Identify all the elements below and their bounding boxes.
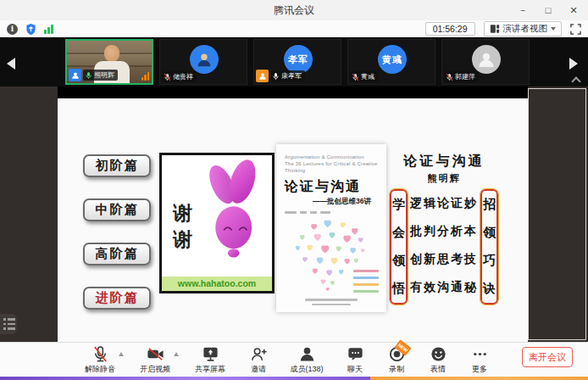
meeting-toolbar: 解除静音 开启视频 共享屏幕	[0, 342, 588, 377]
participant-thumbnail[interactable]: 郭建萍	[441, 39, 530, 85]
slide-button-advanced: 高阶篇	[83, 243, 151, 265]
mic-muted-icon	[352, 73, 359, 81]
emoji-button[interactable]: 表情	[423, 345, 453, 375]
security-shield-icon[interactable]	[25, 23, 36, 36]
avatar	[472, 45, 501, 74]
mic-on-icon	[272, 72, 280, 81]
mic-slash-icon	[92, 345, 109, 363]
slide-button-progression: 进阶篇	[83, 287, 151, 310]
person-icon	[298, 345, 316, 363]
screen-share-icon	[202, 345, 219, 363]
book-feature-list	[353, 270, 379, 293]
chat-button[interactable]: 聊天	[340, 345, 370, 375]
smiley-icon	[430, 345, 447, 363]
book-cover-image: Argumentation & Communication The 36 Lec…	[276, 144, 386, 312]
host-badge-icon	[69, 69, 81, 81]
mic-on-icon	[85, 71, 92, 80]
book-english-subtitle: The 36 Lectures for Critical & Creative …	[285, 160, 380, 174]
mic-options-caret[interactable]	[119, 352, 124, 356]
thank-you-image: 谢 谢 www.hahatoo.com	[159, 153, 275, 293]
mic-muted-icon	[164, 73, 171, 81]
fullscreen-icon[interactable]	[570, 24, 581, 35]
presentation-slide: 初阶篇 中阶篇 高阶篇 进阶篇 谢 谢	[58, 98, 528, 342]
book-author-line	[285, 211, 380, 214]
participant-thumbnail[interactable]: 熊明辉	[65, 39, 153, 85]
participant-thumbnail[interactable]: 孝军 康孝军	[253, 39, 341, 85]
scroll-right-button[interactable]	[569, 58, 578, 70]
avatar	[190, 45, 219, 74]
camera-slash-icon	[147, 345, 164, 363]
layout-icon	[490, 24, 500, 34]
window-title: 腾讯会议	[0, 0, 588, 20]
more-button[interactable]: 更多	[464, 345, 495, 375]
collapse-strip-chevron-icon[interactable]	[572, 76, 580, 84]
maximize-button[interactable]: □	[535, 0, 561, 20]
chat-bubble-icon	[347, 345, 364, 363]
slideshow-letterbox	[58, 87, 528, 98]
book-title: 论证与沟通	[285, 178, 380, 196]
speaking-signal-icon	[141, 72, 150, 81]
participant-name: 郭建萍	[455, 72, 475, 81]
cohost-badge-icon	[256, 70, 269, 82]
right-side-panel	[528, 88, 586, 340]
floating-list-widget[interactable]	[0, 314, 17, 334]
participant-thumbnail[interactable]: 储贵祥	[159, 39, 247, 85]
thanks-char: 谢	[173, 199, 192, 226]
chevron-down-icon	[551, 27, 556, 31]
slide-button-intermediate: 中阶篇	[83, 198, 151, 221]
participant-thumbnail[interactable]: 黄彧 黄彧	[347, 39, 435, 85]
minimize-button[interactable]: －	[510, 0, 535, 20]
video-options-caret[interactable]	[174, 352, 179, 356]
scroll-left-button[interactable]	[7, 58, 15, 70]
titlebar: 腾讯会议 － □ ✕	[0, 0, 588, 20]
panel-author: 熊明辉	[390, 172, 498, 185]
view-mode-label: 演讲者视图	[503, 23, 548, 35]
shared-screen-area: 初阶篇 中阶篇 高阶篇 进阶篇 谢 谢	[0, 87, 588, 342]
status-toolbar: i 01:56:29 演讲者视图	[0, 20, 588, 37]
share-screen-button[interactable]: 共享屏幕	[188, 345, 232, 375]
panel-right-charbox: 招 领 巧 诀	[480, 189, 498, 305]
view-mode-selector[interactable]: 演讲者视图	[484, 21, 563, 36]
book-subtitle: ——批创思维36讲	[285, 197, 380, 207]
tencent-meeting-window: 腾讯会议 － □ ✕ i 01:56:29	[0, 0, 588, 380]
participant-name: 熊明辉	[94, 70, 114, 80]
panel-title: 论证与沟通	[390, 153, 498, 170]
participant-name: 储贵祥	[173, 72, 193, 81]
invite-button[interactable]: 邀请	[243, 345, 274, 375]
panel-left-charbox: 学 会 领 悟	[390, 189, 408, 305]
network-signal-icon[interactable]	[44, 24, 53, 34]
record-button[interactable]: NEW 录制	[381, 345, 412, 375]
website-url: www.hahatoo.com	[162, 277, 272, 291]
rabbit-mascot-image	[196, 157, 269, 269]
book-publisher-line	[276, 299, 386, 305]
slide-button-beginner: 初阶篇	[83, 154, 151, 177]
meeting-info-icon[interactable]: i	[7, 24, 18, 35]
close-button[interactable]: ✕	[561, 0, 586, 20]
members-button[interactable]: 成员(138)	[285, 345, 329, 375]
participant-strip: 熊明辉 储贵祥	[0, 37, 588, 87]
book-english-title: Argumentation & Communication	[285, 154, 380, 160]
unmute-button[interactable]: 解除静音	[78, 345, 122, 375]
leave-meeting-button[interactable]: 离开会议	[522, 347, 573, 367]
panel-middle-lines: 逻辑论证妙 批判分析本 创新思考技 有效沟通秘	[408, 189, 480, 305]
thanks-char: 谢	[173, 226, 192, 252]
participant-name: 黄彧	[361, 72, 374, 81]
bottom-accent-strip	[0, 377, 588, 380]
meeting-timer: 01:56:29	[425, 22, 475, 36]
mic-muted-icon	[446, 73, 453, 81]
person-plus-icon	[250, 345, 268, 363]
avatar: 黄彧	[378, 45, 407, 74]
participant-name: 康孝军	[281, 71, 302, 81]
calligraphy-panel: 论证与沟通 熊明辉 学 会 领 悟 逻辑论证妙 批判分析本 创新思考技 有效沟通…	[390, 153, 498, 305]
ellipsis-icon	[471, 345, 489, 363]
start-video-button[interactable]: 开启视频	[133, 345, 177, 375]
